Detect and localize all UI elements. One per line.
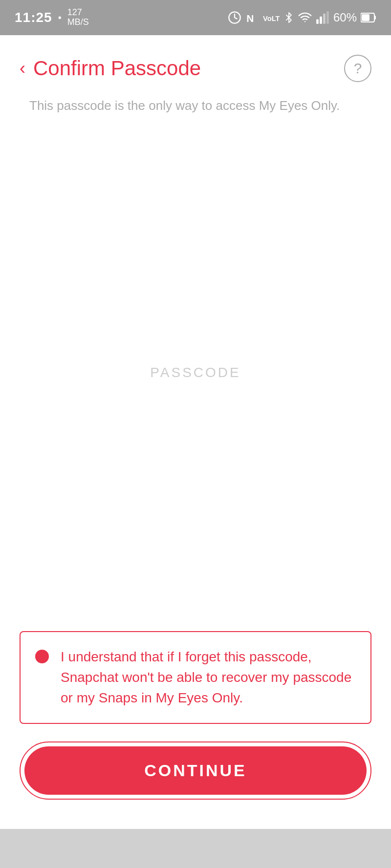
svg-rect-5 — [323, 14, 326, 24]
status-data-speed: 127 MB/S — [67, 8, 89, 27]
header-left: ‹ Confirm Passcode — [20, 57, 201, 80]
passcode-area: PASSCODE — [0, 124, 391, 621]
bottom-nav-bar — [0, 829, 391, 868]
back-button[interactable]: ‹ — [20, 60, 25, 77]
status-icons: N VoLTE 60% — [228, 11, 376, 24]
acknowledgement-text: I understand that if I forget this passc… — [61, 647, 356, 708]
svg-text:VoLTE: VoLTE — [263, 15, 280, 22]
help-icon: ? — [354, 60, 362, 77]
acknowledgement-box[interactable]: I understand that if I forget this passc… — [20, 631, 371, 724]
svg-rect-8 — [374, 16, 376, 20]
bottom-section: I understand that if I forget this passc… — [0, 621, 391, 829]
wifi-icon — [298, 11, 312, 24]
svg-rect-6 — [326, 11, 329, 24]
radio-dot — [35, 650, 49, 663]
passcode-placeholder: PASSCODE — [150, 365, 241, 381]
main-content: ‹ Confirm Passcode ? This passcode is th… — [0, 35, 391, 829]
svg-rect-9 — [362, 14, 369, 21]
clock-icon — [228, 11, 241, 24]
bluetooth-icon — [283, 11, 294, 24]
nfc-icon: N — [245, 11, 259, 24]
status-bar: 11:25 • 127 MB/S N VoLTE — [0, 0, 391, 35]
page-title: Confirm Passcode — [33, 57, 201, 80]
voda-icon: VoLTE — [263, 11, 280, 24]
signal-icon — [316, 11, 329, 24]
continue-button[interactable]: CONTINUE — [24, 746, 367, 795]
status-time: 11:25 — [15, 10, 52, 25]
svg-rect-3 — [316, 20, 319, 24]
svg-text:N: N — [246, 13, 254, 24]
continue-button-wrapper: CONTINUE — [20, 741, 371, 800]
help-button[interactable]: ? — [344, 55, 371, 82]
svg-rect-4 — [320, 17, 322, 24]
battery-icon — [361, 12, 376, 23]
status-left: 11:25 • 127 MB/S — [15, 8, 89, 27]
header: ‹ Confirm Passcode ? — [0, 35, 391, 92]
battery-percent: 60% — [333, 11, 357, 24]
status-dot: • — [58, 12, 62, 23]
subtitle-text: This passcode is the only way to access … — [0, 92, 391, 124]
